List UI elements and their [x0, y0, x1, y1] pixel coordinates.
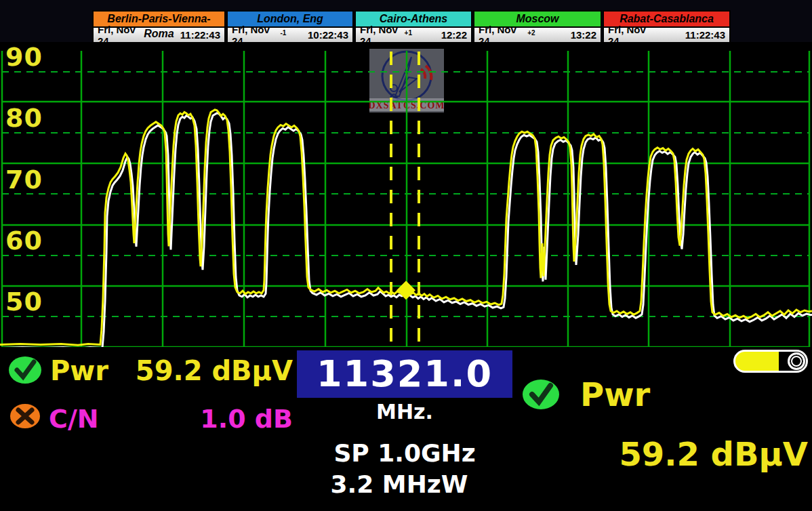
bandwidth-readout: 3.2 MHzW: [291, 470, 507, 498]
y-axis-label-90: 90: [5, 42, 46, 72]
clock-cell-rabat: Rabat-Casablanca Fri, Nov 24 11:22:43: [603, 10, 731, 43]
clock-time-row: Fri, Nov 24 -110:22:43: [228, 28, 352, 42]
frequency-unit: MHz.: [297, 400, 512, 424]
clock-time-value: 11:22:43: [685, 29, 725, 41]
pwr2-label: Pwr: [580, 375, 650, 413]
clock-cell-london: London, Eng Fri, Nov 24 -110:22:43: [226, 10, 354, 43]
clock-cell-moscow: Moscow Fri, Nov 24 +213:22: [473, 10, 602, 43]
clock-utc-offset: +1: [405, 30, 412, 37]
clock-time-row: Fri, Nov 24 +112:22: [356, 28, 471, 42]
toggle-knob-icon[interactable]: [788, 352, 805, 370]
y-axis-label-70: 70: [5, 165, 46, 195]
clock-time-row: Fri, Nov 24 11:22:43: [604, 28, 729, 42]
clock-time-row: Fri, Nov 24 11:22:43: [94, 28, 224, 42]
y-axis-label-60: 60: [5, 226, 46, 256]
pwr-ok-icon: [8, 355, 42, 385]
clock-time-value: 13:22: [571, 29, 596, 41]
frequency-display: 11321.0: [297, 350, 512, 398]
clock-time-value: 10:22:43: [308, 29, 348, 41]
cn-fail-icon: [9, 403, 41, 430]
satmeter-screen: Berlin-Paris-Vienna-Roma Fri, Nov 24 11:…: [0, 0, 812, 511]
clock-time-row: Fri, Nov 24 +213:22: [474, 28, 601, 42]
cn-label: C/N: [49, 404, 99, 434]
clock-utc-offset: -1: [280, 30, 286, 37]
pwr-label: Pwr: [50, 355, 108, 386]
cn-value: 1.0 dB: [115, 404, 293, 434]
y-axis-label-80: 80: [5, 103, 46, 133]
clock-cell-cairo: Cairo-Athens Fri, Nov 24 +112:22: [354, 10, 472, 43]
world-clock-row: Berlin-Paris-Vienna-Roma Fri, Nov 24 11:…: [92, 10, 731, 43]
clock-time-value: 12:22: [441, 29, 467, 41]
spectrum-display: DXSATCS.COM 90 80 70 60 50: [0, 42, 812, 347]
span-readout: SP 1.0GHz: [297, 439, 512, 467]
clock-cell-berlin: Berlin-Paris-Vienna-Roma Fri, Nov 24 11:…: [92, 10, 226, 43]
pwr-value: 59.2 dBµV: [115, 355, 293, 386]
clock-time-value: 11:22:43: [180, 29, 220, 41]
y-axis-label-50: 50: [5, 287, 46, 316]
clock-utc-offset: +2: [527, 30, 535, 37]
pwr2-ok-icon: [522, 378, 560, 411]
pwr2-value: 59.2 dBµV: [512, 435, 808, 473]
spectrum-plot: [0, 42, 812, 347]
toggle-switch[interactable]: [733, 350, 808, 373]
